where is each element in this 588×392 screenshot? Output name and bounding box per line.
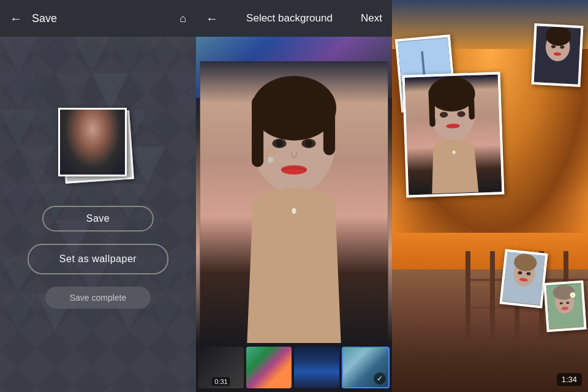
photo-preview-stack — [58, 108, 138, 187]
left-panel: ← Save ⌂ Save Set as wallpaper Save comp… — [0, 0, 196, 392]
svg-point-46 — [276, 140, 283, 147]
collage-photo-5[interactable] — [543, 281, 586, 332]
left-content: Save Set as wallpaper Save complete — [28, 37, 168, 392]
thumbnail-3[interactable] — [294, 347, 339, 388]
thumbnail-check-icon: ✓ — [374, 372, 386, 385]
svg-rect-66 — [468, 88, 475, 120]
save-complete-button[interactable]: Save complete — [45, 287, 151, 309]
svg-point-50 — [268, 157, 274, 163]
middle-header: ← Select background Next — [196, 0, 392, 37]
collage-photo-4[interactable] — [499, 249, 548, 309]
middle-back-button[interactable]: ← — [206, 12, 218, 26]
page-title: Save — [32, 12, 170, 25]
middle-page-title: Select background — [223, 12, 356, 24]
thumbnail-4[interactable]: ✓ — [342, 347, 390, 388]
photo-stack-front — [58, 108, 127, 176]
thumbnail-1-timer: 0:31 — [212, 377, 230, 386]
svg-marker-24 — [165, 74, 196, 110]
home-icon[interactable]: ⌂ — [179, 12, 186, 25]
svg-rect-43 — [323, 97, 335, 156]
back-button[interactable]: ← — [10, 12, 22, 26]
thumbnail-2[interactable] — [246, 347, 292, 388]
set-wallpaper-button[interactable]: Set as wallpaper — [28, 244, 168, 274]
svg-point-48 — [281, 165, 307, 175]
main-image-preview[interactable] — [196, 37, 392, 343]
collage-photo-2[interactable] — [531, 23, 583, 87]
fence-post-2 — [490, 251, 495, 343]
thumbnail-1[interactable]: 0:31 — [198, 347, 244, 388]
save-button[interactable]: Save — [42, 206, 154, 232]
photo-face-preview — [60, 110, 125, 175]
right-panel: 1:34 — [392, 0, 588, 392]
next-button[interactable]: Next — [361, 12, 382, 24]
collage-photo-3-main[interactable] — [402, 72, 505, 197]
left-header: ← Save ⌂ — [0, 0, 196, 37]
svg-point-47 — [305, 140, 312, 147]
middle-panel: ← Select background Next — [196, 0, 392, 392]
svg-point-49 — [292, 208, 296, 214]
svg-rect-42 — [252, 97, 263, 167]
fence-post-1 — [466, 251, 470, 343]
thumbnail-strip: 0:31 ✓ — [196, 343, 392, 392]
right-timer-badge: 1:34 — [557, 373, 582, 386]
person-image — [196, 61, 392, 343]
